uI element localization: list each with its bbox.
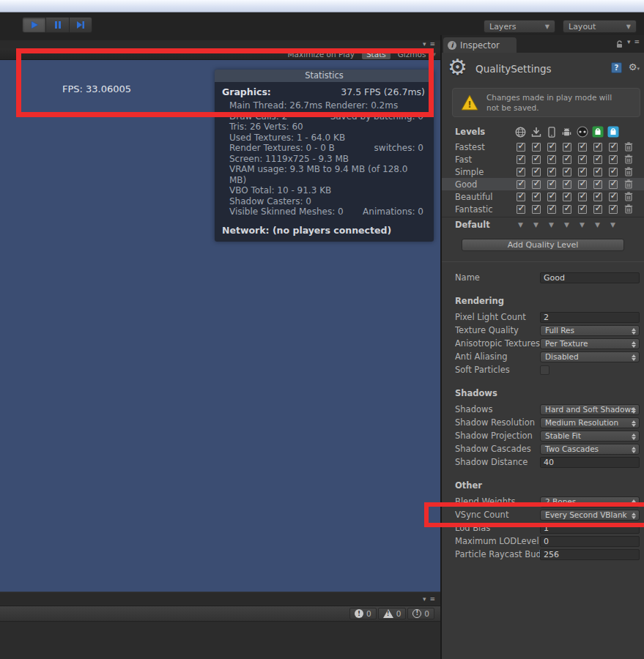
setting-input[interactable]: 256 xyxy=(540,549,640,560)
level-checkbox[interactable] xyxy=(544,155,559,164)
settings-gear-icon[interactable]: ⚙▾ xyxy=(629,62,640,72)
level-checkbox[interactable] xyxy=(559,168,574,176)
level-checkbox[interactable] xyxy=(605,193,621,201)
level-checkbox[interactable] xyxy=(513,205,528,214)
quality-level-row[interactable]: Simple xyxy=(442,165,644,178)
level-checkbox[interactable] xyxy=(574,143,590,152)
pane-menu-icon[interactable]: ▾ ≡ xyxy=(423,595,436,603)
default-dropdown[interactable]: ▼ xyxy=(574,221,590,228)
level-checkbox[interactable] xyxy=(559,143,574,152)
stats-toggle[interactable]: Stats xyxy=(362,49,391,59)
default-dropdown[interactable]: ▼ xyxy=(513,221,528,228)
help-book-icon[interactable]: ? xyxy=(611,62,622,73)
level-checkbox[interactable] xyxy=(513,143,528,152)
level-checkbox[interactable] xyxy=(528,143,544,152)
level-checkbox[interactable] xyxy=(528,168,544,176)
default-dropdown[interactable]: ▼ xyxy=(528,221,544,228)
pane-menu-icon[interactable]: ▾ ≡ xyxy=(423,40,436,48)
setting-dropdown[interactable]: Full Res xyxy=(540,325,640,336)
level-checkbox[interactable] xyxy=(605,205,621,214)
level-checkbox[interactable] xyxy=(574,155,590,164)
setting-checkbox[interactable] xyxy=(540,365,549,375)
name-input[interactable]: Good xyxy=(540,272,640,283)
level-checkbox[interactable] xyxy=(590,193,605,201)
level-checkbox[interactable] xyxy=(559,205,574,214)
level-checkbox[interactable] xyxy=(605,155,621,164)
quality-level-row[interactable]: Beautiful xyxy=(442,190,644,203)
gizmos-dropdown[interactable]: Gizmos xyxy=(393,49,428,59)
windows-store-icon[interactable] xyxy=(605,126,621,138)
pause-button[interactable] xyxy=(45,17,69,33)
delete-level-button[interactable] xyxy=(621,142,636,152)
setting-dropdown[interactable]: Per Texture xyxy=(540,338,640,349)
level-checkbox[interactable] xyxy=(544,143,559,152)
level-checkbox[interactable] xyxy=(590,205,605,214)
setting-dropdown[interactable]: Stable Fit xyxy=(540,431,640,442)
level-checkbox[interactable] xyxy=(528,155,544,164)
level-checkbox[interactable] xyxy=(574,168,590,176)
level-checkbox[interactable] xyxy=(574,193,590,201)
setting-dropdown[interactable]: Hard and Soft Shadows xyxy=(540,404,640,415)
delete-level-button[interactable] xyxy=(621,192,636,201)
level-checkbox[interactable] xyxy=(544,168,559,176)
setting-input[interactable]: 2 xyxy=(540,312,640,323)
setting-dropdown[interactable]: 2 Bones xyxy=(540,496,640,507)
level-checkbox[interactable] xyxy=(590,168,605,176)
pane-menu-icon[interactable]: ▾ ≡ xyxy=(627,38,640,45)
gizmos-caret-icon[interactable]: |▾ xyxy=(430,51,436,58)
level-checkbox[interactable] xyxy=(590,180,605,189)
default-dropdown[interactable]: ▼ xyxy=(559,221,574,228)
level-checkbox[interactable] xyxy=(513,155,528,164)
delete-level-button[interactable] xyxy=(621,154,636,164)
setting-dropdown[interactable]: Disabled xyxy=(540,351,640,362)
play-button[interactable] xyxy=(22,17,45,33)
quality-level-row[interactable]: Good xyxy=(442,178,644,190)
delete-level-button[interactable] xyxy=(621,204,636,214)
android-store-icon[interactable] xyxy=(590,126,605,138)
level-checkbox[interactable] xyxy=(605,180,621,189)
maximize-on-play-toggle[interactable]: Maximize on Play xyxy=(284,49,359,59)
game-viewport[interactable]: FPS: 33.06005 Statistics Graphics: 37.5 … xyxy=(0,60,440,592)
level-checkbox[interactable] xyxy=(544,205,559,214)
level-checkbox[interactable] xyxy=(574,205,590,214)
standalone-download-icon[interactable] xyxy=(528,127,544,138)
web-globe-icon[interactable] xyxy=(513,127,528,138)
default-dropdown[interactable]: ▼ xyxy=(544,221,559,228)
ios-phone-icon[interactable] xyxy=(544,127,559,138)
layout-dropdown[interactable]: Layout ▼ xyxy=(563,20,637,33)
quality-level-row[interactable]: Fastest xyxy=(442,141,644,153)
warning-filter-button[interactable]: 0 xyxy=(378,608,407,619)
layers-dropdown[interactable]: Layers ▼ xyxy=(484,20,555,33)
android-icon[interactable] xyxy=(559,127,574,138)
level-checkbox[interactable] xyxy=(513,180,528,189)
delete-level-button[interactable] xyxy=(621,167,636,176)
level-checkbox[interactable] xyxy=(574,180,590,189)
setting-dropdown[interactable]: Medium Resolution xyxy=(540,417,640,428)
delete-level-button[interactable] xyxy=(621,179,636,189)
quality-level-row[interactable]: Fast xyxy=(442,153,644,165)
level-checkbox[interactable] xyxy=(605,143,621,152)
quality-level-row[interactable]: Fantastic xyxy=(442,203,644,215)
level-checkbox[interactable] xyxy=(590,143,605,152)
step-button[interactable] xyxy=(69,17,92,33)
level-checkbox[interactable] xyxy=(528,193,544,201)
setting-dropdown[interactable]: Every Second VBlank xyxy=(540,510,640,521)
level-checkbox[interactable] xyxy=(528,180,544,189)
setting-dropdown[interactable]: Two Cascades xyxy=(540,444,640,455)
setting-input[interactable]: 0 xyxy=(540,536,640,547)
level-checkbox[interactable] xyxy=(513,168,528,176)
console-icon[interactable] xyxy=(574,126,590,138)
level-checkbox[interactable] xyxy=(559,180,574,189)
level-checkbox[interactable] xyxy=(559,193,574,201)
setting-input[interactable]: 40 xyxy=(540,457,640,468)
tab-inspector[interactable]: i Inspector xyxy=(443,37,517,53)
level-checkbox[interactable] xyxy=(544,193,559,201)
level-checkbox[interactable] xyxy=(513,193,528,201)
error-filter-button[interactable]: ! 0 xyxy=(349,608,377,619)
add-quality-level-button[interactable]: Add Quality Level xyxy=(462,239,624,251)
level-checkbox[interactable] xyxy=(605,168,621,176)
default-dropdown[interactable]: ▼ xyxy=(605,221,621,228)
level-checkbox[interactable] xyxy=(544,180,559,189)
info-filter-button[interactable]: ! 0 xyxy=(407,608,434,619)
level-checkbox[interactable] xyxy=(559,155,574,164)
